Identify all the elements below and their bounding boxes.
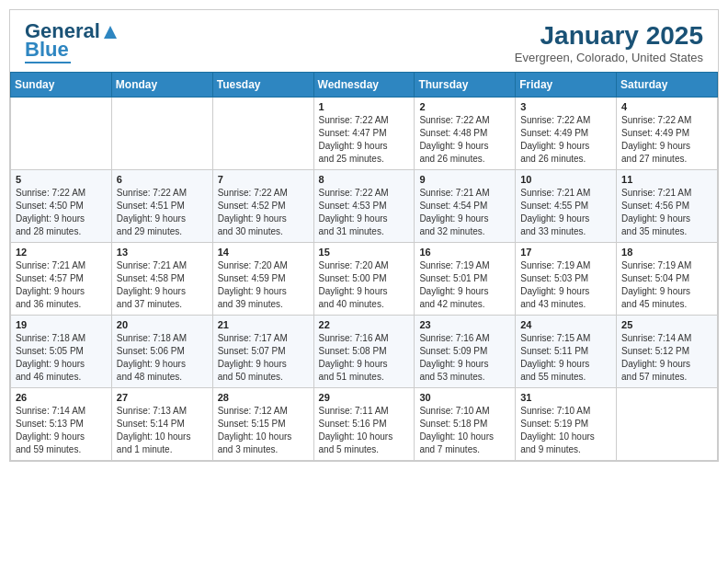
logo: General Blue <box>25 21 119 63</box>
calendar-cell: 7Sunrise: 7:22 AMSunset: 4:52 PMDaylight… <box>212 170 313 243</box>
calendar-cell: 8Sunrise: 7:22 AMSunset: 4:53 PMDaylight… <box>313 170 415 243</box>
day-number: 27 <box>117 392 208 403</box>
calendar-week-1: 1Sunrise: 7:22 AMSunset: 4:47 PMDaylight… <box>11 98 718 170</box>
day-info: Sunrise: 7:19 AMSunset: 5:01 PMDaylight:… <box>419 259 510 311</box>
day-info: Sunrise: 7:21 AMSunset: 4:56 PMDaylight:… <box>621 187 712 238</box>
day-number: 5 <box>16 174 107 185</box>
day-info: Sunrise: 7:22 AMSunset: 4:47 PMDaylight:… <box>319 114 410 166</box>
day-info: Sunrise: 7:22 AMSunset: 4:53 PMDaylight:… <box>319 187 410 238</box>
calendar-cell: 28Sunrise: 7:12 AMSunset: 5:15 PMDayligh… <box>212 388 313 461</box>
day-number: 17 <box>520 247 611 258</box>
page-title: January 2025 <box>515 21 703 51</box>
day-info: Sunrise: 7:16 AMSunset: 5:09 PMDaylight:… <box>419 332 510 384</box>
calendar-cell <box>212 98 313 170</box>
day-number: 10 <box>520 174 611 185</box>
calendar-cell: 5Sunrise: 7:22 AMSunset: 4:50 PMDaylight… <box>11 170 112 243</box>
day-number: 31 <box>520 392 611 403</box>
day-info: Sunrise: 7:18 AMSunset: 5:05 PMDaylight:… <box>16 332 107 384</box>
calendar-cell: 16Sunrise: 7:19 AMSunset: 5:01 PMDayligh… <box>415 243 516 316</box>
day-number: 14 <box>218 247 309 258</box>
day-info: Sunrise: 7:21 AMSunset: 4:57 PMDaylight:… <box>16 259 107 311</box>
calendar-cell: 4Sunrise: 7:22 AMSunset: 4:49 PMDaylight… <box>617 98 718 170</box>
day-number: 13 <box>117 247 208 258</box>
calendar-cell: 11Sunrise: 7:21 AMSunset: 4:56 PMDayligh… <box>617 170 718 243</box>
day-number: 4 <box>621 101 712 112</box>
day-number: 11 <box>621 174 712 185</box>
day-info: Sunrise: 7:13 AMSunset: 5:14 PMDaylight:… <box>117 405 208 456</box>
calendar-cell <box>617 388 718 461</box>
day-number: 12 <box>16 247 107 258</box>
calendar-table: Sunday Monday Tuesday Wednesday Thursday… <box>10 72 718 461</box>
day-info: Sunrise: 7:22 AMSunset: 4:50 PMDaylight:… <box>16 187 107 238</box>
day-info: Sunrise: 7:11 AMSunset: 5:16 PMDaylight:… <box>319 405 410 456</box>
day-info: Sunrise: 7:14 AMSunset: 5:12 PMDaylight:… <box>621 332 712 384</box>
day-info: Sunrise: 7:21 AMSunset: 4:58 PMDaylight:… <box>117 259 208 311</box>
day-number: 25 <box>621 319 712 330</box>
calendar-cell: 13Sunrise: 7:21 AMSunset: 4:58 PMDayligh… <box>111 243 212 316</box>
day-info: Sunrise: 7:20 AMSunset: 5:00 PMDaylight:… <box>319 259 410 311</box>
day-number: 2 <box>419 101 510 112</box>
calendar-body: 1Sunrise: 7:22 AMSunset: 4:47 PMDaylight… <box>11 98 718 461</box>
calendar-cell: 25Sunrise: 7:14 AMSunset: 5:12 PMDayligh… <box>617 316 718 388</box>
calendar-cell: 6Sunrise: 7:22 AMSunset: 4:51 PMDaylight… <box>111 170 212 243</box>
calendar-cell: 2Sunrise: 7:22 AMSunset: 4:48 PMDaylight… <box>415 98 516 170</box>
day-number: 20 <box>117 319 208 330</box>
calendar-cell: 10Sunrise: 7:21 AMSunset: 4:55 PMDayligh… <box>516 170 617 243</box>
day-number: 30 <box>419 392 510 403</box>
day-number: 26 <box>16 392 107 403</box>
day-info: Sunrise: 7:21 AMSunset: 4:54 PMDaylight:… <box>419 187 510 238</box>
col-friday: Friday <box>516 73 617 98</box>
day-info: Sunrise: 7:15 AMSunset: 5:11 PMDaylight:… <box>520 332 611 384</box>
calendar-cell: 30Sunrise: 7:10 AMSunset: 5:18 PMDayligh… <box>415 388 516 461</box>
calendar-header: Sunday Monday Tuesday Wednesday Thursday… <box>11 73 718 98</box>
day-info: Sunrise: 7:10 AMSunset: 5:19 PMDaylight:… <box>520 405 611 456</box>
title-block: January 2025 Evergreen, Colorado, United… <box>515 21 703 64</box>
day-info: Sunrise: 7:19 AMSunset: 5:04 PMDaylight:… <box>621 259 712 311</box>
day-number: 8 <box>319 174 410 185</box>
calendar-cell: 1Sunrise: 7:22 AMSunset: 4:47 PMDaylight… <box>313 98 415 170</box>
day-number: 6 <box>117 174 208 185</box>
calendar-cell <box>11 98 112 170</box>
day-info: Sunrise: 7:20 AMSunset: 4:59 PMDaylight:… <box>218 259 309 311</box>
logo-blue: Blue <box>25 40 69 60</box>
logo-icon <box>102 24 119 40</box>
day-number: 18 <box>621 247 712 258</box>
calendar-week-3: 12Sunrise: 7:21 AMSunset: 4:57 PMDayligh… <box>11 243 718 316</box>
day-info: Sunrise: 7:22 AMSunset: 4:49 PMDaylight:… <box>520 114 611 166</box>
calendar-cell: 31Sunrise: 7:10 AMSunset: 5:19 PMDayligh… <box>516 388 617 461</box>
day-info: Sunrise: 7:10 AMSunset: 5:18 PMDaylight:… <box>419 405 510 456</box>
day-info: Sunrise: 7:22 AMSunset: 4:51 PMDaylight:… <box>117 187 208 238</box>
calendar-cell <box>111 98 212 170</box>
day-number: 1 <box>319 101 410 112</box>
day-number: 3 <box>520 101 611 112</box>
page-header: General Blue January 2025 Evergreen, Col… <box>10 10 718 72</box>
calendar-cell: 24Sunrise: 7:15 AMSunset: 5:11 PMDayligh… <box>516 316 617 388</box>
day-number: 29 <box>319 392 410 403</box>
calendar-page: General Blue January 2025 Evergreen, Col… <box>9 9 719 462</box>
day-number: 21 <box>218 319 309 330</box>
day-info: Sunrise: 7:18 AMSunset: 5:06 PMDaylight:… <box>117 332 208 384</box>
header-row: Sunday Monday Tuesday Wednesday Thursday… <box>11 73 718 98</box>
day-number: 22 <box>319 319 410 330</box>
col-tuesday: Tuesday <box>212 73 313 98</box>
calendar-cell: 9Sunrise: 7:21 AMSunset: 4:54 PMDaylight… <box>415 170 516 243</box>
calendar-cell: 18Sunrise: 7:19 AMSunset: 5:04 PMDayligh… <box>617 243 718 316</box>
page-subtitle: Evergreen, Colorado, United States <box>515 51 703 64</box>
calendar-cell: 22Sunrise: 7:16 AMSunset: 5:08 PMDayligh… <box>313 316 415 388</box>
calendar-cell: 17Sunrise: 7:19 AMSunset: 5:03 PMDayligh… <box>516 243 617 316</box>
calendar-cell: 14Sunrise: 7:20 AMSunset: 4:59 PMDayligh… <box>212 243 313 316</box>
day-number: 28 <box>218 392 309 403</box>
logo-underline <box>25 62 71 63</box>
day-number: 7 <box>218 174 309 185</box>
col-saturday: Saturday <box>617 73 718 98</box>
day-number: 15 <box>319 247 410 258</box>
calendar-week-5: 26Sunrise: 7:14 AMSunset: 5:13 PMDayligh… <box>11 388 718 461</box>
calendar-week-4: 19Sunrise: 7:18 AMSunset: 5:05 PMDayligh… <box>11 316 718 388</box>
calendar-cell: 20Sunrise: 7:18 AMSunset: 5:06 PMDayligh… <box>111 316 212 388</box>
day-info: Sunrise: 7:14 AMSunset: 5:13 PMDaylight:… <box>16 405 107 456</box>
day-info: Sunrise: 7:21 AMSunset: 4:55 PMDaylight:… <box>520 187 611 238</box>
calendar-cell: 3Sunrise: 7:22 AMSunset: 4:49 PMDaylight… <box>516 98 617 170</box>
calendar-cell: 15Sunrise: 7:20 AMSunset: 5:00 PMDayligh… <box>313 243 415 316</box>
calendar-cell: 19Sunrise: 7:18 AMSunset: 5:05 PMDayligh… <box>11 316 112 388</box>
day-number: 23 <box>419 319 510 330</box>
